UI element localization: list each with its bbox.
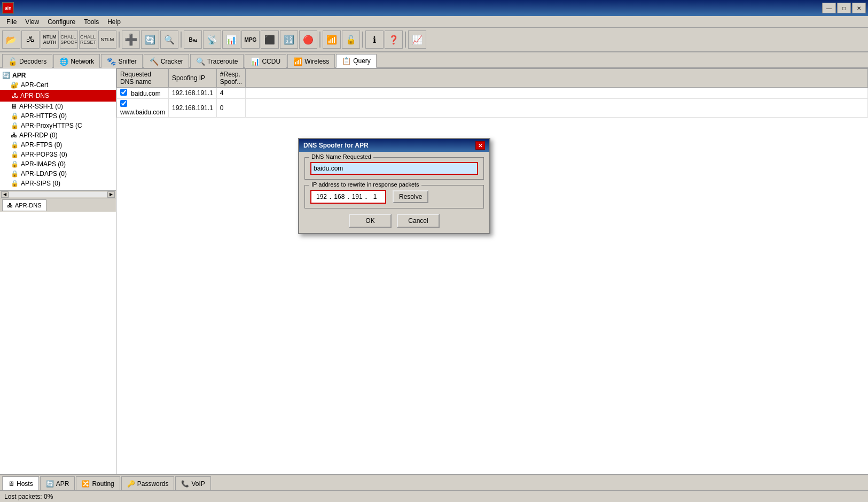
decoders-tab-label: Decoders — [19, 58, 46, 65]
status-value: 0% — [44, 493, 53, 500]
wireless-tab-icon: 📶 — [293, 57, 302, 66]
mpg-button[interactable]: MPG — [241, 30, 260, 49]
sidebar-apr-dns-tab[interactable]: 🖧 APR-DNS — [2, 199, 46, 211]
info-button[interactable]: ℹ — [365, 30, 384, 49]
bottom-tab-voip[interactable]: 📞 VoIP — [175, 476, 210, 490]
sidebar-item-apr-ftps[interactable]: 🔒 APR-FTPS (0) — [0, 140, 116, 150]
menu-configure[interactable]: Configure — [43, 17, 80, 27]
chall-reset-button[interactable]: CHALLRESET — [79, 30, 97, 49]
cracker-tab-label: Cracker — [161, 58, 183, 65]
dialog-buttons: OK Cancel — [304, 214, 484, 228]
pwd-button[interactable]: 🔓 — [342, 30, 360, 49]
network-button[interactable]: 🖧 — [21, 30, 40, 49]
cancel-button[interactable]: Cancel — [397, 214, 440, 228]
sidebar-apr-dns-tab-label: APR-DNS — [15, 202, 42, 208]
scroll-track[interactable] — [9, 192, 107, 197]
tab-query[interactable]: 📋 Query — [336, 54, 377, 68]
scroll-left-button[interactable]: ◀ — [1, 191, 9, 198]
tab-decoders[interactable]: 🔓 Decoders — [2, 54, 52, 68]
minimize-button[interactable]: — — [822, 3, 836, 13]
hex-button[interactable]: ⬛ — [261, 30, 279, 49]
help-button[interactable]: ❓ — [385, 30, 403, 49]
apr-imaps-icon: 🔒 — [11, 160, 19, 168]
chall-spoof-button[interactable]: CHALLSPOOF — [60, 30, 78, 49]
refresh-button[interactable]: 🔄 — [141, 30, 159, 49]
toolbar-sep1 — [119, 32, 120, 48]
apr-ssh-icon: 🖥 — [11, 103, 17, 110]
table-row[interactable]: www.baidu.com 192.168.191.1 0 — [117, 99, 868, 118]
sidebar-item-apr-ldaps[interactable]: 🔒 APR-LDAPS (0) — [0, 169, 116, 179]
apr-ldaps-label: APR-LDAPS (0) — [21, 170, 67, 177]
sidebar: 🔄 APR 🔐 APR-Cert 🖧 APR-DNS 🖥 APR-SSH-1 (… — [0, 68, 116, 190]
sidebar-root-apr[interactable]: 🔄 APR — [0, 71, 116, 80]
table-row[interactable]: baidu.com 192.168.191.1 4 — [117, 88, 868, 99]
table-cell-resp-2: 0 — [216, 99, 245, 118]
dialog-close-button[interactable]: ✕ — [475, 141, 485, 150]
sidebar-item-apr-ssh[interactable]: 🖥 APR-SSH-1 (0) — [0, 102, 116, 111]
dns-checkbox-2[interactable] — [120, 100, 127, 107]
bottom-tab-apr[interactable]: 🔄 APR — [40, 476, 75, 490]
table-cell-dns-name-1: baidu.com — [117, 88, 169, 99]
bottom-tab-routing[interactable]: 🔀 Routing — [76, 476, 120, 490]
sidebar-item-apr-imaps[interactable]: 🔒 APR-IMAPS (0) — [0, 159, 116, 169]
b64-button[interactable]: B₆₄ — [184, 30, 202, 49]
tab-traceroute[interactable]: 🔍 Traceroute — [190, 54, 244, 68]
dns-checkbox-1[interactable] — [120, 89, 127, 96]
menu-file[interactable]: File — [2, 17, 21, 27]
main-content: 🔄 APR 🔐 APR-Cert 🖧 APR-DNS 🖥 APR-SSH-1 (… — [0, 68, 868, 474]
add-button[interactable]: ➕ — [122, 30, 140, 49]
table-cell-resp-1: 4 — [216, 88, 245, 99]
ip-segment-1[interactable] — [314, 193, 330, 200]
toolbar-sep4 — [362, 32, 363, 48]
scan-button[interactable]: 📡 — [203, 30, 221, 49]
ntlm2-button[interactable]: NTLM — [98, 30, 116, 49]
ntlm-button[interactable]: NTLMAUTH — [41, 30, 59, 49]
passwords-tab-label: Passwords — [137, 480, 169, 488]
sidebar-item-apr-cert[interactable]: 🔐 APR-Cert — [0, 80, 116, 90]
graph-button[interactable]: 📊 — [222, 30, 240, 49]
menu-help[interactable]: Help — [103, 17, 125, 27]
status-bar: Lost packets: 0% — [0, 490, 868, 502]
tab-wireless[interactable]: 📶 Wireless — [287, 54, 335, 68]
tab-network[interactable]: 🌐 Network — [53, 54, 100, 68]
bottom-tabs: 🖥 Hosts 🔄 APR 🔀 Routing 🔑 Passwords 📞 Vo… — [0, 474, 868, 490]
tab-sniffer[interactable]: 🐾 Sniffer — [101, 54, 142, 68]
dns-name-input[interactable] — [310, 162, 478, 175]
resolve-button[interactable]: Resolve — [393, 190, 428, 203]
routing-tab-label: Routing — [92, 480, 114, 488]
tab-cracker[interactable]: 🔨 Cracker — [144, 54, 189, 68]
calc-button[interactable]: 🔢 — [280, 30, 298, 49]
menu-view[interactable]: View — [21, 17, 43, 27]
bottom-tab-passwords[interactable]: 🔑 Passwords — [121, 476, 175, 490]
maximize-button[interactable]: □ — [837, 3, 851, 13]
apr-cert-label: APR-Cert — [21, 81, 48, 89]
sidebar-item-apr-dns[interactable]: 🖧 APR-DNS — [0, 90, 116, 102]
voip-tab-label: VoIP — [191, 480, 205, 488]
wifi-scan-button[interactable]: 📶 — [323, 30, 341, 49]
ok-button[interactable]: OK — [349, 214, 392, 228]
dialog-title-bar: DNS Spoofer for APR ✕ — [299, 139, 489, 152]
bottom-tab-hosts[interactable]: 🖥 Hosts — [2, 476, 39, 490]
sidebar-item-apr-rdp[interactable]: 🖧 APR-RDP (0) — [0, 130, 116, 140]
filter-button[interactable]: 🔍 — [160, 30, 178, 49]
ip-segment-4[interactable] — [367, 193, 383, 200]
sidebar-item-apr-https[interactable]: 🔒 APR-HTTPS (0) — [0, 111, 116, 121]
ip-segment-3[interactable] — [349, 193, 365, 200]
sidebar-item-apr-pop3s[interactable]: 🔒 APR-POP3S (0) — [0, 150, 116, 159]
stats-button[interactable]: 📈 — [408, 30, 426, 49]
table-cell-extra-1 — [246, 88, 868, 99]
tab-ccdu[interactable]: 📊 CCDU — [245, 54, 286, 68]
sidebar-item-apr-proxyhttps[interactable]: 🔒 APR-ProxyHTTPS (C — [0, 121, 116, 130]
record-button[interactable]: 🔴 — [299, 30, 317, 49]
sidebar-item-apr-sips[interactable]: 🔒 APR-SIPS (0) — [0, 179, 116, 188]
menu-tools[interactable]: Tools — [80, 17, 103, 27]
ip-group-label: IP address to rewrite in response packet… — [309, 181, 421, 188]
apr-rdp-icon: 🖧 — [11, 132, 17, 139]
ip-segment-2[interactable] — [331, 193, 347, 200]
close-button[interactable]: ✕ — [852, 3, 866, 13]
apr-rdp-label: APR-RDP (0) — [19, 132, 58, 139]
scroll-right-button[interactable]: ▶ — [107, 191, 115, 198]
dns-name-value-2: www.baidu.com — [120, 109, 165, 116]
apr-tab-label: APR — [56, 480, 69, 488]
open-button[interactable]: 📂 — [2, 30, 20, 49]
